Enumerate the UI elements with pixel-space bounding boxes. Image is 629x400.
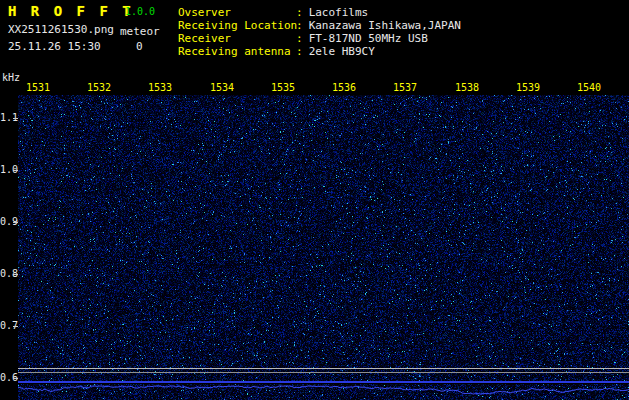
- timestamp: 25.11.26 15:30: [8, 40, 101, 53]
- spectrogram-canvas: [18, 95, 629, 381]
- info-label: Receiving Location: [178, 19, 296, 32]
- info-label: Ovserver: [178, 6, 296, 19]
- info-row-antenna: Receiving antenna:2ele HB9CY: [178, 45, 375, 58]
- app-version: 1.0.0: [125, 6, 155, 17]
- info-value: Lacofilms: [309, 6, 369, 19]
- x-tick-label: 1538: [455, 82, 479, 93]
- observation-mode-label: meteor: [120, 25, 160, 38]
- info-row-observer: Ovserver:Lacofilms: [178, 6, 368, 19]
- x-tick-label: 1535: [271, 82, 295, 93]
- reference-line-lower: [18, 372, 629, 373]
- info-row-receiver: Receiver:FT-817ND 50MHz USB: [178, 32, 428, 45]
- info-separator: :: [296, 6, 303, 19]
- info-separator: :: [296, 45, 303, 58]
- info-value: Kanazawa Ishikawa,JAPAN: [309, 19, 461, 32]
- x-tick-label: 1539: [516, 82, 540, 93]
- info-label: Receiver: [178, 32, 296, 45]
- x-tick-label: 1533: [148, 82, 172, 93]
- info-value: 2ele HB9CY: [309, 45, 375, 58]
- info-row-location: Receiving Location:Kanazawa Ishikawa,JAP…: [178, 19, 461, 32]
- x-tick-label: 1531: [26, 82, 50, 93]
- y-axis-unit-label: kHz: [2, 72, 20, 83]
- info-separator: :: [296, 19, 303, 32]
- signal-strip-canvas: [18, 384, 629, 400]
- x-tick-label: 1537: [393, 82, 417, 93]
- signal-baseline-divider: [18, 381, 629, 383]
- info-value: FT-817ND 50MHz USB: [309, 32, 428, 45]
- info-separator: :: [296, 32, 303, 45]
- x-tick-label: 1534: [210, 82, 234, 93]
- x-tick-label: 1540: [577, 82, 601, 93]
- info-label: Receiving antenna: [178, 45, 296, 58]
- output-filename: XX2511261530.png: [8, 23, 114, 36]
- x-tick-label: 1532: [87, 82, 111, 93]
- app-title: H R O F F T: [8, 3, 134, 19]
- echo-count: 0: [136, 40, 143, 53]
- x-tick-label: 1536: [332, 82, 356, 93]
- reference-line-upper: [18, 368, 629, 369]
- hrofft-window: H R O F F T 1.0.0 XX2511261530.png meteo…: [0, 0, 629, 400]
